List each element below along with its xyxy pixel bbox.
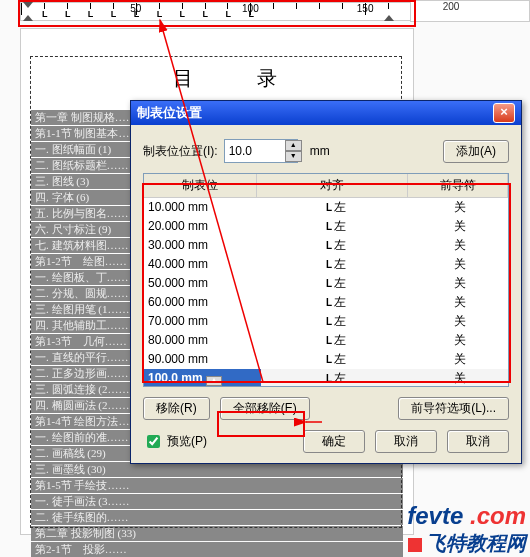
spin-up-icon[interactable]: ▲ xyxy=(285,140,302,151)
doc-line: 第2-1节 投影…… xyxy=(31,542,403,557)
close-icon[interactable]: × xyxy=(493,103,515,123)
tab-position-input[interactable] xyxy=(225,142,285,160)
doc-line: 二. 徒手练图的…… xyxy=(31,510,403,525)
horizontal-ruler[interactable]: 50100150LLLLLLLLLL xyxy=(20,2,412,21)
cell-position[interactable]: 30.000 mm xyxy=(144,236,261,255)
cell-leader[interactable]: 关 xyxy=(412,217,508,236)
preview-checkbox-label[interactable]: 预览(P) xyxy=(143,432,207,451)
cell-leader[interactable]: 关 xyxy=(412,274,508,293)
cell-leader[interactable]: 关 xyxy=(412,369,508,387)
table-row[interactable]: 60.000 mmL左关 xyxy=(144,293,508,312)
brand-square-icon xyxy=(408,538,422,552)
cell-align[interactable]: L左 xyxy=(261,236,412,255)
preview-checkbox[interactable] xyxy=(147,435,160,448)
doc-line: 第二章 投影制图 (33) xyxy=(31,526,403,541)
watermark: fevte .com 飞特教程网 xyxy=(407,502,526,557)
cell-align[interactable]: L左 xyxy=(261,312,412,331)
brand-name: fevte xyxy=(407,502,463,529)
table-row[interactable]: 10.000 mmL左关 xyxy=(144,198,508,217)
cell-align[interactable]: L左 xyxy=(261,331,412,350)
cell-leader[interactable]: 关 xyxy=(412,331,508,350)
add-button[interactable]: 添加(A) xyxy=(443,140,509,163)
cell-leader[interactable]: 关 xyxy=(412,293,508,312)
cell-leader[interactable]: 关 xyxy=(412,312,508,331)
tab-stops-table[interactable]: 制表位 对齐 前导符 10.000 mmL左关20.000 mmL左关30.00… xyxy=(143,173,509,387)
brand-cn: 飞特教程网 xyxy=(426,532,526,554)
cell-position[interactable]: 90.000 mm xyxy=(144,350,261,369)
cell-position[interactable]: 20.000 mm xyxy=(144,217,261,236)
tab-position-spinner[interactable]: ▲ ▼ xyxy=(224,139,298,163)
unit-label: mm xyxy=(310,144,330,158)
leader-options-button[interactable]: 前导符选项(L)... xyxy=(398,397,509,420)
cell-align[interactable]: L左 xyxy=(261,198,412,217)
tab-settings-dialog: 制表位设置 × 制表位位置(I): ▲ ▼ mm 添加(A) 制表位 对齐 前导… xyxy=(130,100,522,464)
cell-leader[interactable]: 关 xyxy=(412,198,508,217)
cell-align[interactable]: L左 xyxy=(261,369,412,387)
cell-leader[interactable]: 关 xyxy=(412,350,508,369)
cell-align[interactable]: L左 xyxy=(261,293,412,312)
table-row[interactable]: 70.000 mmL左关 xyxy=(144,312,508,331)
dialog-titlebar[interactable]: 制表位设置 × xyxy=(131,101,521,125)
cancel-button[interactable]: 取消 xyxy=(375,430,437,453)
cell-position[interactable]: 70.000 mm xyxy=(144,312,261,331)
cell-position[interactable]: 40.000 mm xyxy=(144,255,261,274)
doc-title: 目 录 xyxy=(59,65,413,92)
table-row[interactable]: 20.000 mmL左关 xyxy=(144,217,508,236)
doc-line: 第1-5节 手绘技…… xyxy=(31,478,403,493)
col-header-position[interactable]: 制表位 xyxy=(144,174,257,197)
cell-position[interactable]: 100.0 mm ▲ xyxy=(144,369,261,387)
brand-tld: .com xyxy=(470,502,526,529)
remove-button[interactable]: 移除(R) xyxy=(143,397,210,420)
col-header-leader[interactable]: 前导符 xyxy=(408,174,508,197)
cell-position[interactable]: 10.000 mm xyxy=(144,198,261,217)
cell-align[interactable]: L左 xyxy=(261,350,412,369)
cell-align[interactable]: L左 xyxy=(261,217,412,236)
doc-line: 三. 画墨线 (30) xyxy=(31,462,403,477)
tab-position-label: 制表位位置(I): xyxy=(143,143,218,160)
remove-all-button[interactable]: 全部移除(E) xyxy=(220,397,310,420)
cell-position[interactable]: 80.000 mm xyxy=(144,331,261,350)
horizontal-ruler-extension: 200 xyxy=(410,0,530,22)
table-row[interactable]: 100.0 mm ▲L左关 xyxy=(144,369,508,387)
cancel-button-2[interactable]: 取消 xyxy=(447,430,509,453)
dialog-title: 制表位设置 xyxy=(137,101,202,125)
preview-text: 预览(P) xyxy=(167,433,207,450)
col-header-align[interactable]: 对齐 xyxy=(257,174,408,197)
cell-align[interactable]: L左 xyxy=(261,255,412,274)
cell-position[interactable]: 50.000 mm xyxy=(144,274,261,293)
cell-leader[interactable]: 关 xyxy=(412,236,508,255)
doc-line: 一. 徒手画法 (3…… xyxy=(31,494,403,509)
cell-position[interactable]: 60.000 mm xyxy=(144,293,261,312)
table-row[interactable]: 40.000 mmL左关 xyxy=(144,255,508,274)
table-row[interactable]: 80.000 mmL左关 xyxy=(144,331,508,350)
table-row[interactable]: 30.000 mmL左关 xyxy=(144,236,508,255)
ok-button[interactable]: 确定 xyxy=(303,430,365,453)
table-row[interactable]: 90.000 mmL左关 xyxy=(144,350,508,369)
cell-align[interactable]: L左 xyxy=(261,274,412,293)
cell-leader[interactable]: 关 xyxy=(412,255,508,274)
spin-down-icon[interactable]: ▼ xyxy=(285,151,302,162)
table-row[interactable]: 50.000 mmL左关 xyxy=(144,274,508,293)
